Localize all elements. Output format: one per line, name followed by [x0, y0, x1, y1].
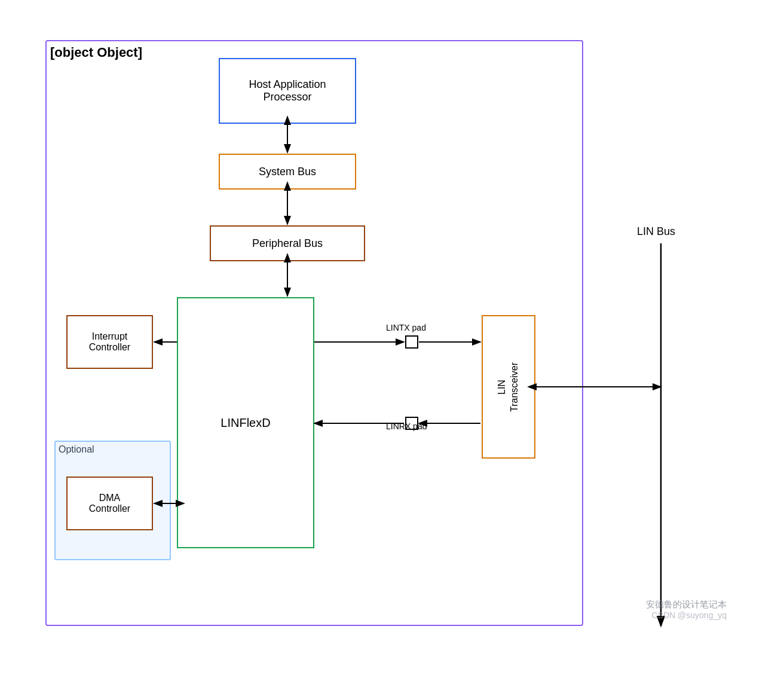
host-processor-label: Host ApplicationProcessor [249, 78, 326, 103]
lin-transceiver-block: LINTransceiver [482, 315, 535, 459]
dma-controller-label: DMAController [89, 493, 130, 514]
soc-label: [object Object] [50, 45, 142, 60]
lin-transceiver-label: LINTransceiver [496, 362, 521, 412]
linrx-pad-label: LINRX pad [386, 422, 427, 431]
watermark: 安德鲁的设计笔记本 CSDN @suyong_yq [646, 599, 727, 620]
lin-bus-label: LIN Bus [637, 225, 675, 238]
peripheral-bus-block: Peripheral Bus [210, 225, 365, 261]
interrupt-controller-label: InterruptController [89, 331, 130, 353]
peripheral-bus-label: Peripheral Bus [252, 237, 323, 250]
watermark-line2: CSDN @suyong_yq [646, 610, 727, 620]
system-bus-block: System Bus [219, 154, 356, 190]
watermark-line1: 安德鲁的设计笔记本 [646, 599, 727, 610]
system-bus-label: System Bus [259, 166, 316, 178]
dma-controller-block: DMAController [66, 477, 153, 530]
host-processor-block: Host ApplicationProcessor [219, 58, 356, 124]
diagram-container: [object Object] Host ApplicationProcesso… [33, 22, 751, 656]
interrupt-controller-block: InterruptController [66, 315, 153, 369]
lintx-pad-box [405, 335, 418, 349]
linflexd-block: LINFlexD [177, 297, 314, 548]
lintx-pad-label: LINTX pad [386, 323, 426, 332]
linflexd-label: LINFlexD [220, 416, 270, 430]
optional-label: Optional [59, 444, 94, 455]
